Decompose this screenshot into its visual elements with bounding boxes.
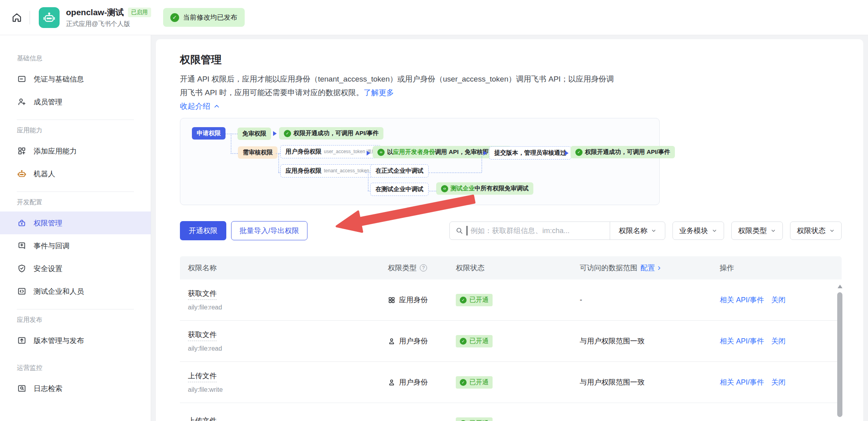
grid-plus-icon (17, 146, 26, 156)
status-badge: ✓ 已开通 (456, 417, 493, 421)
scrollbar-up-arrow[interactable] (838, 285, 842, 288)
check-circle-icon: ✓ (460, 338, 467, 345)
lock-icon (17, 218, 26, 228)
permission-name[interactable]: 获取文件 (188, 330, 217, 341)
table-scrollbar (837, 285, 842, 421)
scrollbar-thumb[interactable] (837, 292, 842, 417)
event-icon (17, 241, 26, 251)
batch-import-export-button[interactable]: 批量导入/导出权限 (231, 221, 307, 240)
related-api-link[interactable]: 相关 API/事件 (720, 295, 764, 305)
check-circle-icon: ✓ (460, 379, 467, 386)
description-line1: 开通 API 权限后，应用才能以应用身份（tenant_access_token… (180, 75, 614, 83)
flow-user-identity-node: 用户身份权限user_access_token 调用 (280, 145, 381, 158)
search-input[interactable]: 例如：获取群组信息、im:cha... (450, 222, 610, 239)
flow-apply-node: 申请权限 (192, 127, 225, 140)
flow-arrow-icon (273, 131, 277, 136)
home-button[interactable] (8, 9, 26, 26)
sidebar-item-credentials[interactable]: 凭证与基础信息 (0, 68, 151, 90)
sidebar-divider (17, 309, 134, 309)
home-icon (11, 12, 22, 23)
chevron-down-icon (651, 228, 656, 233)
header-divider (30, 11, 30, 24)
page-title: 权限管理 (180, 53, 842, 67)
permission-name[interactable]: 上传文件 (188, 416, 217, 421)
app-name: openclaw-测试 (66, 7, 124, 18)
learn-more-link[interactable]: 了解更多 (363, 88, 394, 97)
chevron-down-icon (712, 228, 717, 233)
col-permission-name: 权限名称 (188, 263, 217, 273)
chevron-down-icon (770, 228, 776, 233)
chevron-down-icon (829, 228, 835, 233)
app-subtitle: 正式应用@飞书个人版 (66, 20, 151, 28)
sidebar-item-bot[interactable]: 机器人 (0, 162, 151, 185)
sidebar-item-log-search[interactable]: 日志检索 (0, 377, 151, 400)
related-api-link[interactable]: 相关 API/事件 (720, 377, 764, 387)
filter-permission-status[interactable]: 权限状态 (790, 221, 842, 240)
sidebar-item-events[interactable]: 事件与回调 (0, 234, 151, 257)
sidebar-item-label: 添加应用能力 (34, 146, 77, 156)
data-scope: 与用户权限范围一致 (572, 377, 712, 387)
page-description: 开通 API 权限后，应用才能以应用身份（tenant_access_token… (180, 72, 842, 100)
filter-label: 业务模块 (679, 226, 708, 235)
close-permission-link[interactable]: 关闭 (771, 377, 786, 387)
open-permission-button[interactable]: 开通权限 (180, 221, 226, 240)
permission-name[interactable]: 上传文件 (188, 371, 217, 382)
flow-submit-review-node: 提交版本，管理员审核通过 (489, 146, 571, 160)
sidebar-item-test-enterprise[interactable]: 测试企业和人员 (0, 280, 151, 303)
scope-config-link[interactable]: 配置 (641, 263, 662, 273)
sidebar-item-label: 安全设置 (34, 264, 62, 273)
close-permission-link[interactable]: 关闭 (771, 295, 786, 305)
app-avatar (39, 7, 60, 28)
permission-flow-diagram: 申请权限 免审权限 ✓权限开通成功，可调用 API/事件 需审核权限 用户身份权… (180, 118, 660, 205)
search-placeholder: 例如：获取群组信息、im:cha... (471, 226, 570, 235)
filter-label: 权限类型 (738, 226, 767, 235)
search-field-label: 权限名称 (619, 226, 648, 235)
related-api-link[interactable]: 相关 API/事件 (720, 336, 764, 346)
sidebar-item-permissions[interactable]: 权限管理 (0, 211, 151, 234)
sidebar-item-security[interactable]: 安全设置 (0, 257, 151, 280)
robot-icon (17, 169, 26, 179)
close-permission-link[interactable]: 关闭 (771, 336, 786, 346)
help-circle-icon[interactable]: ? (420, 264, 427, 271)
sidebar-item-version-release[interactable]: 版本管理与发布 (0, 329, 151, 352)
table-row: 上传文件 aily:file:write 用户身份 ✓ 已开通 与用户权限范围一… (180, 362, 842, 403)
col-permission-status: 权限状态 (456, 263, 485, 273)
user-identity-icon (388, 379, 395, 386)
filter-label: 权限状态 (797, 226, 826, 235)
filter-business-module[interactable]: 业务模块 (672, 221, 724, 240)
publish-status-text: 当前修改均已发布 (183, 13, 237, 22)
text-cursor (467, 226, 467, 235)
sidebar-item-label: 版本管理与发布 (34, 336, 84, 345)
table-row: 获取文件 aily:file:read 用户身份 ✓ 已开通 与用户权限范围一致… (180, 321, 842, 362)
sidebar-item-label: 事件与回调 (34, 241, 70, 251)
data-scope: - (572, 296, 712, 304)
publish-status-pill: ✓ 当前修改均已发布 (163, 8, 245, 27)
flow-no-review-node: 免审权限 (237, 128, 271, 140)
permission-name[interactable]: 获取文件 (188, 289, 217, 300)
upload-icon (17, 336, 26, 345)
check-circle-icon: ✓ (170, 13, 179, 22)
permissions-card: 权限管理 开通 API 权限后，应用才能以应用身份（tenant_access_… (156, 39, 863, 421)
flow-success2-node: ✓权限开通成功，可调用 API/事件 (571, 146, 675, 158)
sidebar-section-capability: 应用能力 (0, 126, 151, 135)
sidebar-section-release: 应用发布 (0, 316, 151, 324)
sidebar-item-label: 凭证与基础信息 (34, 74, 84, 84)
code-icon (17, 287, 26, 296)
col-data-scope: 可访问的数据范围 (580, 263, 637, 273)
check-circle-icon: ✓ (460, 297, 467, 303)
table-row: 上传文件 ✓ 已开通 (180, 403, 842, 421)
sidebar-item-label: 日志检索 (34, 384, 62, 393)
sidebar-divider (17, 120, 134, 120)
col-actions: 操作 (720, 263, 734, 273)
filter-permission-type[interactable]: 权限类型 (731, 221, 783, 240)
collapse-intro-link[interactable]: 收起介绍 (180, 101, 842, 112)
member-add-icon (17, 97, 26, 107)
sidebar-item-add-capability[interactable]: 添加应用能力 (0, 140, 151, 162)
robot-icon (42, 11, 56, 24)
table-row: 获取文件 aily:file:read 应用身份 ✓ 已开通 - 相关 API/… (180, 279, 842, 321)
sidebar-item-members[interactable]: 成员管理 (0, 90, 151, 113)
sidebar: 基础信息 凭证与基础信息 成员管理 应用能力 添加应用能力 机器人 (0, 35, 151, 421)
permission-code: aily:file:read (188, 345, 380, 352)
permissions-table: 权限名称 权限类型 ? 权限状态 可访问的数据范围 配置 操作 获取文件 ail… (180, 256, 842, 421)
search-field-select[interactable]: 权限名称 (610, 222, 665, 239)
